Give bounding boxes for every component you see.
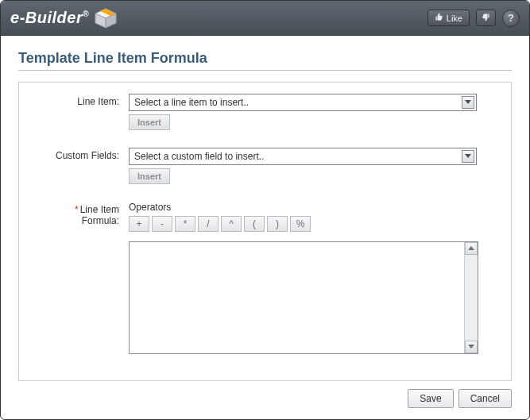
logo-text: e-Builder® [10,9,89,27]
app-window: e-Builder® Like [0,0,530,420]
cancel-button[interactable]: Cancel [458,389,512,408]
svg-marker-4 [465,100,471,104]
logo-cube-icon [94,8,118,29]
operator-open-paren-button[interactable]: ( [244,216,265,232]
row-custom-fields: Custom Fields: Select a custom field to … [33,148,497,184]
content-area: Template Line Item Formula Line Item: Se… [1,36,529,419]
header-actions: Like ? [427,10,520,27]
operators-row: + - * / ^ ( ) % [129,216,497,232]
like-label: Like [447,13,462,23]
operator-plus-button[interactable]: + [129,216,149,232]
app-header: e-Builder® Like [1,1,529,36]
help-icon: ? [508,12,514,24]
required-asterisk: * [75,204,79,215]
operator-power-button[interactable]: ^ [221,216,242,232]
line-item-label: Line Item: [33,94,129,130]
custom-fields-label: Custom Fields: [33,148,129,184]
thumbs-up-icon [435,13,443,23]
help-button[interactable]: ? [502,10,520,27]
page-title: Template Line Item Formula [18,50,512,67]
svg-marker-7 [468,345,474,349]
formula-label: *Line Item Formula: [33,202,129,354]
row-line-item: Line Item: Select a line item to insert.… [33,94,497,130]
formula-textarea[interactable] [130,242,464,353]
row-formula: *Line Item Formula: Operators + - * / ^ … [33,202,497,354]
operator-percent-button[interactable]: % [290,216,311,232]
custom-fields-select[interactable]: Select a custom field to insert.. [129,148,477,165]
line-item-field: Select a line item to insert.. Insert [129,94,497,130]
scroll-down-icon[interactable] [465,341,478,353]
app-logo: e-Builder® [10,8,118,29]
line-item-select[interactable]: Select a line item to insert.. [129,94,477,111]
title-divider [18,70,512,71]
form-panel: Line Item: Select a line item to insert.… [18,82,512,381]
like-button[interactable]: Like [427,10,470,26]
scrollbar[interactable] [464,242,478,353]
operator-divide-button[interactable]: / [198,216,219,232]
custom-fields-insert-button[interactable]: Insert [129,168,170,184]
dislike-button[interactable] [476,10,496,26]
formula-field: Operators + - * / ^ ( ) % [129,202,497,354]
line-item-insert-button[interactable]: Insert [129,114,170,130]
operator-multiply-button[interactable]: * [175,216,195,232]
formula-textarea-wrap [129,241,478,354]
footer-actions: Save Cancel [18,389,512,408]
chevron-down-icon [462,96,474,109]
operator-minus-button[interactable]: - [152,216,172,232]
line-item-select-text: Select a line item to insert.. [134,97,249,108]
svg-marker-6 [468,246,474,250]
operators-heading: Operators [129,202,497,213]
operator-close-paren-button[interactable]: ) [267,216,288,232]
scroll-up-icon[interactable] [465,242,478,255]
chevron-down-icon [462,150,474,163]
save-button[interactable]: Save [408,389,453,408]
custom-fields-field: Select a custom field to insert.. Insert [129,148,497,184]
thumbs-down-icon [482,13,490,23]
svg-marker-5 [465,154,471,158]
custom-fields-select-text: Select a custom field to insert.. [134,151,264,162]
